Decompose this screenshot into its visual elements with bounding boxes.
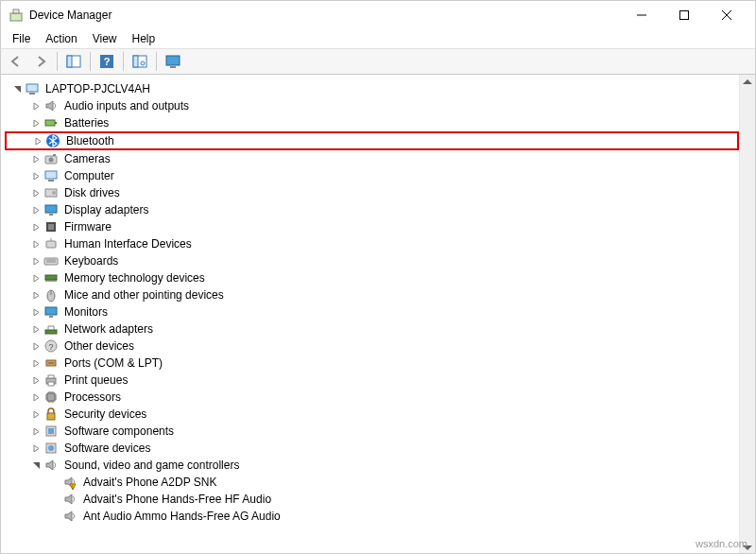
tree-category[interactable]: Security devices <box>5 406 739 423</box>
firmware-icon <box>43 219 59 234</box>
svg-rect-11 <box>133 56 138 67</box>
help-button[interactable]: ? <box>95 50 118 73</box>
tree-category[interactable]: Memory technology devices <box>5 269 739 286</box>
expander-closed-icon[interactable] <box>29 305 43 319</box>
tree-category[interactable]: Processors <box>5 389 739 406</box>
svg-rect-51 <box>47 393 55 401</box>
tree-category[interactable]: Monitors <box>5 303 739 320</box>
expander-closed-icon[interactable] <box>29 424 43 438</box>
expander-closed-icon[interactable] <box>29 356 43 370</box>
software-dev-icon <box>43 441 59 456</box>
expander-closed-icon[interactable] <box>29 116 43 130</box>
disk-icon <box>43 185 59 200</box>
svg-rect-15 <box>26 84 38 92</box>
tree-category[interactable]: Ports (COM & LPT) <box>5 355 739 372</box>
hid-icon <box>43 236 59 251</box>
svg-rect-22 <box>53 154 56 156</box>
svg-rect-49 <box>48 375 54 378</box>
tree-category[interactable]: ? Other devices <box>5 338 739 355</box>
expander-closed-icon[interactable] <box>29 254 43 268</box>
tree-category-label: Ports (COM & LPT) <box>62 356 164 370</box>
expander-none <box>48 493 61 506</box>
tree-category[interactable]: Computer <box>5 167 739 184</box>
expander-closed-icon[interactable] <box>29 220 43 234</box>
expander-closed-icon[interactable] <box>29 407 43 421</box>
expander-closed-icon[interactable] <box>29 169 43 182</box>
tree-device-label: Advait's Phone Hands-Free HF Audio <box>81 493 273 506</box>
expander-closed-icon[interactable] <box>29 288 43 302</box>
tree-category[interactable]: Bluetooth <box>5 131 739 150</box>
computer-icon <box>43 168 59 183</box>
sound-icon <box>62 509 77 524</box>
tree-category[interactable]: Firmware <box>5 218 739 235</box>
menu-view[interactable]: View <box>85 30 125 47</box>
tree-category[interactable]: Human Interface Devices <box>5 235 739 252</box>
tree-category[interactable]: Batteries <box>5 114 739 131</box>
tree-category[interactable]: Software devices <box>5 440 739 457</box>
tree-category-label: Bluetooth <box>64 134 116 147</box>
tree-category-label: Batteries <box>62 116 111 130</box>
sound-icon <box>43 458 59 473</box>
svg-rect-31 <box>46 241 56 248</box>
forward-button[interactable] <box>29 50 52 73</box>
tree-category[interactable]: Print queues <box>5 372 739 389</box>
expander-closed-icon[interactable] <box>31 134 44 147</box>
svg-rect-1 <box>13 9 19 13</box>
expander-closed-icon[interactable] <box>29 186 43 199</box>
expander-open-icon[interactable] <box>29 459 43 472</box>
expander-open-icon[interactable] <box>10 82 24 95</box>
expander-none <box>48 476 61 489</box>
back-button[interactable] <box>5 50 27 73</box>
svg-rect-23 <box>45 171 57 179</box>
expander-closed-icon[interactable] <box>29 237 43 251</box>
app-icon <box>9 8 24 23</box>
tree-category[interactable]: Software components <box>5 423 739 440</box>
tree-category-label: Print queues <box>62 373 129 387</box>
expander-closed-icon[interactable] <box>29 99 43 113</box>
tree-category[interactable]: Audio inputs and outputs <box>5 97 739 114</box>
vertical-scrollbar[interactable] <box>739 75 755 554</box>
sound-icon: ! <box>62 475 77 490</box>
maximize-button[interactable] <box>662 1 705 29</box>
expander-closed-icon[interactable] <box>29 271 43 285</box>
show-hide-console-button[interactable] <box>62 50 85 73</box>
svg-point-45 <box>48 362 49 363</box>
computer-icon <box>25 81 40 96</box>
tree-category[interactable]: Disk drives <box>5 184 739 201</box>
scan-hardware-button[interactable] <box>129 50 151 73</box>
expander-closed-icon[interactable] <box>29 339 43 353</box>
expander-closed-icon[interactable] <box>29 203 43 216</box>
tree-device[interactable]: ! Advait's Phone A2DP SNK <box>5 474 739 491</box>
tree-category[interactable]: Display adapters <box>5 201 739 218</box>
tree-category[interactable]: Mice and other pointing devices <box>5 286 739 303</box>
svg-point-46 <box>50 362 51 363</box>
svg-rect-39 <box>45 307 57 315</box>
tree-category[interactable]: Keyboards <box>5 252 739 269</box>
menu-help[interactable]: Help <box>125 30 163 47</box>
menu-action[interactable]: Action <box>38 30 84 47</box>
tree-root[interactable]: LAPTOP-PJCLV4AH <box>5 80 739 97</box>
expander-closed-icon[interactable] <box>29 322 43 336</box>
svg-rect-16 <box>29 93 35 95</box>
menu-file[interactable]: File <box>5 30 38 47</box>
tree-category-label: Disk drives <box>62 186 122 199</box>
battery-icon <box>43 115 59 130</box>
expander-closed-icon[interactable] <box>29 152 43 165</box>
tree-category[interactable]: Cameras <box>5 150 739 167</box>
tree-category-label: Cameras <box>62 152 112 165</box>
device-tree[interactable]: LAPTOP-PJCLV4AH Audio inputs and outputs… <box>1 75 739 554</box>
expander-closed-icon[interactable] <box>29 390 43 404</box>
monitor-button[interactable] <box>162 50 184 73</box>
expander-closed-icon[interactable] <box>29 373 43 387</box>
tree-device[interactable]: Advait's Phone Hands-Free HF Audio <box>5 491 739 508</box>
svg-rect-28 <box>49 214 53 216</box>
camera-icon <box>43 151 59 166</box>
tree-device-label: Ant Audio Ammo Hands-Free AG Audio <box>81 510 283 523</box>
tree-device[interactable]: Ant Audio Ammo Hands-Free AG Audio <box>5 508 739 525</box>
expander-closed-icon[interactable] <box>29 441 43 455</box>
minimize-button[interactable] <box>620 1 662 29</box>
close-button[interactable] <box>705 1 747 29</box>
tree-category[interactable]: Network adapters <box>5 320 739 338</box>
tree-category[interactable]: Sound, video and game controllers <box>5 457 739 474</box>
audio-icon <box>43 98 59 113</box>
